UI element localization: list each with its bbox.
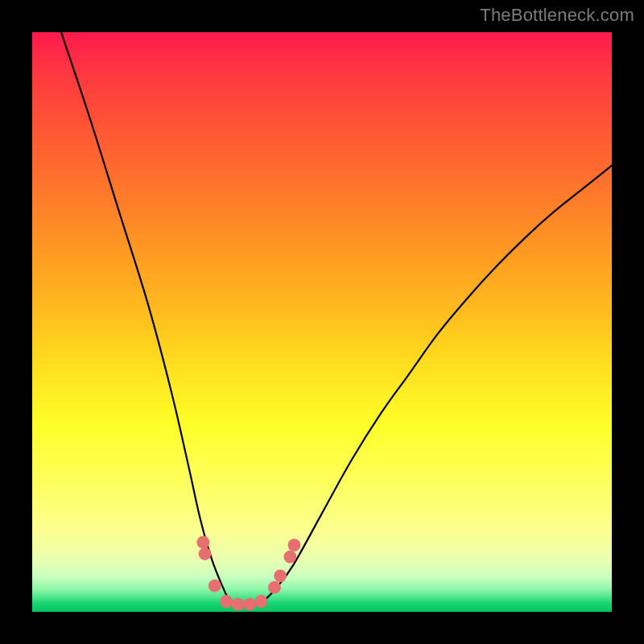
plot-area: [32, 32, 612, 612]
curve-marker: [254, 595, 267, 608]
curve-marker: [208, 580, 221, 592]
watermark-text: TheBottleneck.com: [480, 5, 634, 26]
curve-marker: [232, 598, 245, 611]
bottleneck-curve: [61, 32, 612, 606]
curve-marker: [199, 547, 212, 560]
chart-frame: TheBottleneck.com: [0, 0, 644, 644]
curve-markers: [196, 536, 300, 611]
curve-marker: [220, 595, 233, 608]
chart-svg: [32, 32, 612, 612]
curve-marker: [196, 536, 209, 549]
curve-marker: [288, 539, 301, 551]
curve-marker: [283, 551, 296, 564]
curve-marker: [268, 581, 281, 594]
curve-marker: [243, 598, 256, 611]
curve-marker: [274, 569, 287, 582]
